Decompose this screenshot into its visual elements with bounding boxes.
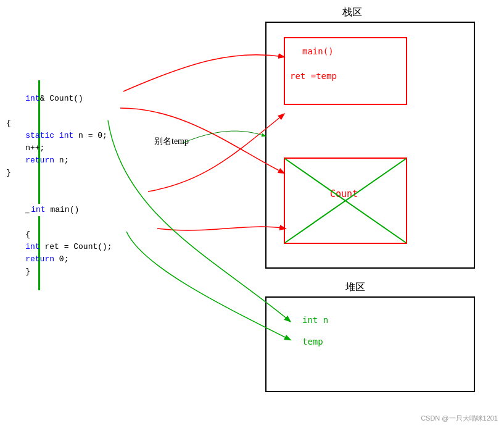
code-line-1: int& Count() <box>6 80 197 117</box>
main-box-label: main() <box>302 46 334 56</box>
keyword-return2: return <box>25 254 54 264</box>
count-box-label: Count <box>330 188 358 199</box>
heap-temp: temp <box>302 337 323 346</box>
code-line-7 <box>6 179 197 191</box>
annotation-biemingtemp: 别名temp <box>154 136 189 147</box>
keyword-int2: int <box>59 131 73 140</box>
watermark: CSDN @一只大喵咪1201 <box>421 414 498 423</box>
code-line-11: return 0; <box>6 253 197 266</box>
count-box <box>284 157 407 244</box>
code-area: int& Count() { static int n = 0; n++; re… <box>6 80 197 278</box>
code-line-10: int ret = Count(); <box>6 241 197 253</box>
keyword-return1: return <box>25 156 54 165</box>
code-line-12: } <box>6 266 197 278</box>
code-line-9: { <box>6 229 197 241</box>
code-line-2: { <box>6 117 197 130</box>
keyword-static: static <box>25 131 54 140</box>
code-line-8: ⎯int main() <box>6 191 197 229</box>
stack-title: 栈区 <box>342 6 362 19</box>
heap-title: 堆区 <box>345 281 365 294</box>
code-line-5: return n; <box>6 154 197 167</box>
keyword-int3: int <box>31 205 45 214</box>
keyword-int4: int <box>25 242 39 251</box>
heap-int-n: int n <box>302 315 328 325</box>
keyword-int: int <box>25 94 39 103</box>
code-line-6: } <box>6 167 197 179</box>
main-box-ret: ret =temp <box>290 71 337 81</box>
heap-area <box>265 296 475 392</box>
